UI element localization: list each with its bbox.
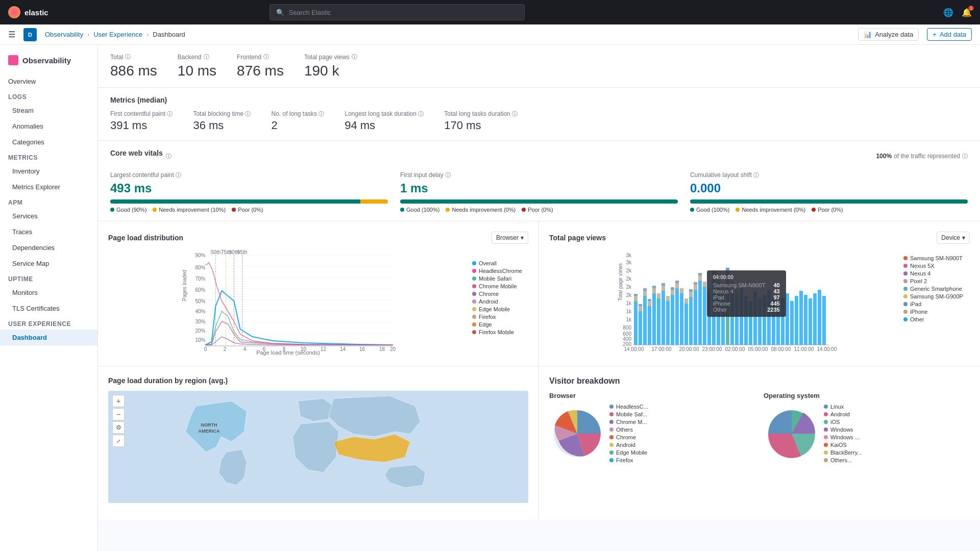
main-content: Total ⓘ 886 ms Backend ⓘ 10 ms Frontend … xyxy=(98,45,980,551)
map-zoom-out[interactable]: − xyxy=(112,408,125,420)
svg-rect-86 xyxy=(689,297,693,345)
legend-android: Android xyxy=(472,298,528,305)
traffic-info-icon[interactable]: ⓘ xyxy=(962,153,968,160)
svg-rect-114 xyxy=(744,296,748,345)
globe-icon[interactable]: 🌐 xyxy=(943,8,953,17)
svg-rect-109 xyxy=(730,286,734,345)
svg-rect-116 xyxy=(753,292,757,345)
svg-text:14:00:00: 14:00:00 xyxy=(624,346,644,352)
breadcrumb-observability[interactable]: Observability xyxy=(45,31,83,38)
visitor-breakdown-title: Visitor breakdown xyxy=(549,377,970,386)
load-dist-legend: Overall HeadlessChrome Mobile Safari xyxy=(472,250,528,356)
sidebar-item-inventory[interactable]: Inventory xyxy=(0,163,97,179)
map-controls: + − ⚙ ⤢ xyxy=(112,395,125,447)
breadcrumb-user-experience[interactable]: User Experience xyxy=(93,31,142,38)
svg-rect-128 xyxy=(808,298,812,345)
app-logo[interactable]: elastic xyxy=(8,6,48,18)
vitals-info[interactable]: ⓘ xyxy=(166,153,172,160)
svg-text:70%: 70% xyxy=(195,276,206,282)
sidebar-item-monitors[interactable]: Monitors xyxy=(0,285,97,300)
svg-rect-64 xyxy=(648,301,651,306)
os-title: Operating system xyxy=(764,392,970,399)
svg-rect-94 xyxy=(698,273,702,276)
metrics-median-section: Metrics (median) First contentful paint … xyxy=(98,88,980,141)
svg-rect-71 xyxy=(662,291,665,345)
svg-rect-97 xyxy=(707,293,711,345)
browser-dropdown[interactable]: Browser ▾ xyxy=(492,232,528,244)
metric-longest-lt: Longest long task duration ⓘ 94 ms xyxy=(345,110,424,132)
device-dropdown[interactable]: Device ▾ xyxy=(937,232,970,244)
svg-rect-122 xyxy=(781,298,785,345)
lcp-info[interactable]: ⓘ xyxy=(176,172,181,178)
fcp-info[interactable]: ⓘ xyxy=(167,111,173,117)
svg-rect-62 xyxy=(643,288,647,291)
svg-rect-87 xyxy=(689,292,693,297)
legend-samsung-g900p: Samsung SM-G900P xyxy=(903,293,970,299)
svg-text:Pages loaded: Pages loaded xyxy=(182,270,187,301)
total-info-icon[interactable]: ⓘ xyxy=(125,53,131,61)
nav-icons: 🌐 🔔1 xyxy=(943,8,972,17)
svg-text:2: 2 xyxy=(224,346,227,352)
svg-text:80%: 80% xyxy=(195,265,206,270)
sidebar-item-dependencies[interactable]: Dependencies xyxy=(0,240,97,256)
svg-rect-96 xyxy=(703,282,706,287)
sidebar-item-categories[interactable]: Categories xyxy=(0,134,97,150)
hamburger-menu[interactable]: ☰ xyxy=(8,30,15,39)
svg-rect-60 xyxy=(643,296,647,345)
svg-rect-74 xyxy=(666,301,670,345)
breadcrumb-dashboard: Dashboard xyxy=(153,31,185,38)
legend-generic-smartphone: Generic Smartphone xyxy=(903,286,970,292)
sidebar-item-dashboard[interactable]: Dashboard xyxy=(0,330,97,345)
svg-rect-123 xyxy=(786,293,789,345)
bell-icon[interactable]: 🔔1 xyxy=(962,8,972,17)
sidebar-item-stream[interactable]: Stream xyxy=(0,103,97,118)
svg-text:18: 18 xyxy=(379,346,385,352)
svg-text:3k: 3k xyxy=(626,253,632,258)
svg-rect-75 xyxy=(666,296,670,301)
page-views-info-icon[interactable]: ⓘ xyxy=(352,53,357,61)
analyze-icon: 📊 xyxy=(864,31,872,38)
sidebar-item-services[interactable]: Services xyxy=(0,208,97,224)
llt-info[interactable]: ⓘ xyxy=(418,111,424,117)
fid-info[interactable]: ⓘ xyxy=(445,172,451,178)
sidebar-item-anomalies[interactable]: Anomalies xyxy=(0,118,97,134)
search-bar[interactable]: 🔍 Search Elastic xyxy=(270,4,525,20)
sidebar-item-service-map[interactable]: Service Map xyxy=(0,256,97,271)
os-legend: Linux Android iOS Windows Windows ... Ka… xyxy=(824,404,862,463)
svg-text:800: 800 xyxy=(623,325,631,331)
sidebar-item-metrics-explorer[interactable]: Metrics Explorer xyxy=(0,179,97,195)
svg-rect-110 xyxy=(730,281,734,286)
map-settings[interactable]: ⚙ xyxy=(112,421,125,434)
search-placeholder: Search Elastic xyxy=(288,9,331,16)
svg-text:17:00:00: 17:00:00 xyxy=(652,346,672,352)
sidebar-item-tls[interactable]: TLS Certificates xyxy=(0,300,97,316)
backend-info-icon[interactable]: ⓘ xyxy=(204,53,209,61)
add-data-button[interactable]: + Add data xyxy=(927,28,972,41)
legend-chrome-mobile: Chrome Mobile xyxy=(472,283,528,289)
svg-rect-102 xyxy=(717,283,720,345)
tlt-info[interactable]: ⓘ xyxy=(512,111,518,117)
svg-text:30%: 30% xyxy=(195,319,206,324)
analyze-data-button[interactable]: 📊 Analyze data xyxy=(858,28,919,41)
frontend-info-icon[interactable]: ⓘ xyxy=(263,53,269,61)
map-zoom-in[interactable]: + xyxy=(112,395,125,407)
sidebar-item-overview[interactable]: Overview xyxy=(0,73,97,89)
svg-rect-66 xyxy=(652,293,656,345)
svg-rect-58 xyxy=(639,306,642,311)
browser-legend: HeadlessC... Mobile Saf... Chrome M... O… xyxy=(609,404,648,463)
cls-info[interactable]: ⓘ xyxy=(753,172,759,178)
map-title: Page load duration by region (avg.) xyxy=(108,377,528,385)
sidebar-item-traces[interactable]: Traces xyxy=(0,224,97,240)
sidebar-group-logs: Logs xyxy=(0,89,97,103)
legend-edge-mobile: Edge Mobile xyxy=(472,306,528,312)
load-dist-title: Page load distribution xyxy=(108,234,183,242)
svg-rect-68 xyxy=(652,286,656,288)
svg-text:0: 0 xyxy=(204,346,207,352)
tbt-info[interactable]: ⓘ xyxy=(245,111,251,117)
lt-info[interactable]: ⓘ xyxy=(318,111,324,117)
os-section: Operating system xyxy=(764,392,970,463)
svg-text:1k: 1k xyxy=(626,317,632,322)
svg-text:90%: 90% xyxy=(195,253,206,258)
legend-pixel2: Pixel 2 xyxy=(903,278,970,284)
map-fullscreen[interactable]: ⤢ xyxy=(112,435,125,447)
